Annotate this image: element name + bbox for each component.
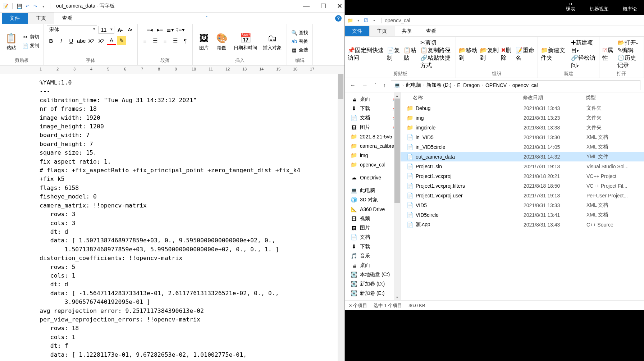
close-button[interactable]: ✕ bbox=[337, 2, 342, 10]
newfolder-button[interactable]: 📁新建文件夹 bbox=[541, 47, 569, 62]
qat-more-icon[interactable]: ▾ bbox=[40, 3, 46, 9]
scrollbar-thumb[interactable] bbox=[338, 74, 343, 99]
nav-item[interactable]: 🎞视频 bbox=[345, 214, 400, 223]
nav-item[interactable]: 📁2021.8.21-5v5 bbox=[345, 132, 400, 141]
file-row[interactable]: 📄源.cpp2021/8/31 13:43C++ Source bbox=[401, 220, 644, 229]
wordpad-ruler[interactable]: 1234567891011121314151617 bbox=[0, 65, 344, 74]
breadcrumb-segment[interactable]: E_Dragon bbox=[457, 82, 480, 88]
newitem-button[interactable]: ✚新建项目▾ bbox=[571, 39, 596, 54]
insert-picture-button[interactable]: 🖼图片 bbox=[196, 32, 212, 51]
nav-item[interactable]: 📁img bbox=[345, 151, 400, 160]
explorer-nav-pane[interactable]: 🖥桌面📌⬇下载📌📄文档📌🖼图片📌📁2021.8.21-5v5📁camera_ca… bbox=[345, 92, 401, 300]
ex-tab-view[interactable]: 查看 bbox=[419, 26, 443, 36]
shrink-font-icon[interactable]: A▾ bbox=[126, 26, 134, 34]
tab-view[interactable]: 查看 bbox=[54, 13, 80, 24]
nav-item[interactable]: 🧊3D 对象 bbox=[345, 195, 400, 205]
breadcrumb-segment[interactable]: 新加卷 (D:) bbox=[426, 82, 451, 88]
list-icon[interactable]: ≣▾ bbox=[166, 26, 174, 34]
document-content[interactable]: %YAML:1.0 --- calibration_time: "Tue Aug… bbox=[40, 78, 344, 359]
ex-tab-home[interactable]: 主页 bbox=[369, 26, 394, 36]
insert-draw-button[interactable]: 🎨绘图 bbox=[214, 32, 230, 51]
nav-item[interactable]: 📁opencv_cal bbox=[345, 160, 400, 169]
cut-button[interactable]: ✂剪切 bbox=[21, 33, 41, 41]
insert-datetime-button[interactable]: 📅日期和时间 bbox=[232, 32, 259, 51]
nav-fwd-button[interactable]: → bbox=[361, 81, 369, 89]
nav-scroll-thumb[interactable] bbox=[394, 99, 400, 203]
ex-paste-button[interactable]: 📋粘贴 bbox=[403, 47, 418, 62]
col-type[interactable]: 类型 bbox=[582, 95, 643, 101]
file-row[interactable]: 📁img2021/8/31 13:23文件夹 bbox=[401, 113, 644, 123]
redo-icon[interactable]: ↷ bbox=[32, 3, 38, 9]
replace-button[interactable]: ab替换 bbox=[290, 38, 310, 45]
ribbon-collapse-icon[interactable]: ˆ bbox=[206, 15, 207, 21]
align-justify-icon[interactable]: ☰ bbox=[171, 36, 179, 45]
paste-shortcut-button[interactable]: 🔗粘贴快捷方式 bbox=[420, 54, 453, 69]
nav-item[interactable]: ⬇下载 bbox=[345, 242, 400, 251]
scroll-up-icon[interactable]: ▴ bbox=[394, 92, 400, 99]
help-icon[interactable]: ? bbox=[335, 15, 342, 22]
history-button[interactable]: 🕓历史记录 bbox=[617, 54, 641, 69]
qat-dd-icon[interactable]: ▾ bbox=[371, 17, 377, 24]
tab-coursetable[interactable]: 课表 bbox=[566, 3, 575, 12]
nav-item[interactable]: 💻此电脑 bbox=[345, 186, 400, 195]
file-row[interactable]: 📄in_VID52021/8/31 13:30XML 文档 bbox=[401, 132, 644, 142]
file-row[interactable]: 📄VID5circle2021/8/31 13:41XML 文档 bbox=[401, 210, 644, 220]
nav-item[interactable]: 🖥桌面📌 bbox=[345, 95, 400, 104]
file-row[interactable]: 📁imgcircle2021/8/31 13:38文件夹 bbox=[401, 123, 644, 132]
nav-item[interactable]: ⬇下载📌 bbox=[345, 104, 400, 113]
strike-button[interactable]: abc bbox=[77, 36, 86, 45]
indent-dec-icon[interactable]: ≡◂ bbox=[146, 26, 154, 34]
font-size-select[interactable]: 11 bbox=[99, 26, 114, 34]
nav-item[interactable]: ☁OneDrive bbox=[345, 173, 400, 182]
nav-history-button[interactable]: ˅ bbox=[373, 82, 378, 88]
paste-button[interactable]: 📋 粘贴 bbox=[3, 32, 19, 51]
file-row[interactable]: 📁Debug2021/8/31 13:43文件夹 bbox=[401, 103, 644, 113]
nav-up-button[interactable]: ↑ bbox=[382, 81, 387, 89]
insert-object-button[interactable]: 🗂插入对象 bbox=[261, 32, 284, 51]
save-icon[interactable]: 💾 bbox=[16, 3, 23, 9]
minimize-button[interactable]: — bbox=[303, 2, 310, 10]
file-row[interactable]: 📄Project1.sln2021/7/31 19:13Visual Studi… bbox=[401, 161, 644, 171]
align-left-icon[interactable]: ≡ bbox=[141, 36, 149, 45]
breadcrumb-segment[interactable]: OPENCV bbox=[485, 82, 507, 88]
delete-button[interactable]: ✖删除 bbox=[501, 47, 513, 62]
easy-access-button[interactable]: 🔗轻松访问▾ bbox=[571, 54, 596, 69]
nav-scrollbar[interactable]: ▴ ▾ bbox=[394, 92, 400, 300]
ex-tab-file[interactable]: 文件 bbox=[345, 26, 369, 36]
moveto-button[interactable]: 📂移动到 bbox=[459, 47, 478, 62]
ex-tab-share[interactable]: 共享 bbox=[394, 26, 419, 36]
nav-item[interactable]: 📄文档📌 bbox=[345, 113, 400, 123]
italic-button[interactable]: I bbox=[57, 36, 65, 45]
align-center-icon[interactable]: ☰ bbox=[151, 36, 159, 45]
nav-item[interactable]: 📁camera_calibra bbox=[345, 141, 400, 151]
font-family-select[interactable]: 宋体 bbox=[47, 26, 97, 34]
nav-item[interactable]: 📄文档 bbox=[345, 233, 400, 242]
file-row[interactable]: 📄in_VID5circle2021/8/31 14:05XML 文档 bbox=[401, 142, 644, 152]
tab-file[interactable]: 文件 bbox=[2, 13, 28, 24]
superscript-button[interactable]: X2 bbox=[97, 36, 106, 45]
ex-cut-button[interactable]: ✂剪切 bbox=[420, 39, 453, 47]
rename-button[interactable]: 📝重命名 bbox=[516, 47, 535, 62]
col-date[interactable]: 修改日期 bbox=[519, 95, 582, 101]
file-row[interactable]: 📄Project1.vcxproj.filters2021/8/18 18:50… bbox=[401, 181, 644, 191]
undo-icon[interactable]: ↶ bbox=[24, 3, 31, 9]
wordpad-document-area[interactable]: %YAML:1.0 --- calibration_time: "Tue Aug… bbox=[0, 74, 344, 361]
wordpad-scrollbar[interactable] bbox=[338, 74, 344, 361]
nav-item[interactable]: 🖼图片📌 bbox=[345, 123, 400, 132]
align-right-icon[interactable]: ≡ bbox=[161, 36, 169, 45]
maximize-button[interactable]: ☐ bbox=[320, 2, 326, 10]
edit-button[interactable]: ✎编辑 bbox=[617, 47, 641, 54]
ex-copy-button[interactable]: 📄复制 bbox=[387, 47, 401, 62]
copy-button[interactable]: 📄复制 bbox=[21, 42, 41, 49]
nav-item[interactable]: 💽新加卷 (D:) bbox=[345, 279, 400, 289]
scroll-down-icon[interactable]: ▾ bbox=[394, 294, 400, 300]
paragraph-settings-icon[interactable]: ¶ bbox=[181, 36, 189, 45]
file-row[interactable]: 📄VID52021/8/31 13:33XML 文档 bbox=[401, 200, 644, 210]
file-row[interactable]: 📄out_camera_data2021/8/31 14:32YML 文件 bbox=[401, 152, 644, 161]
breadcrumb-segment[interactable]: 此电脑 bbox=[406, 82, 421, 88]
open-button[interactable]: 📂打开▾ bbox=[617, 39, 641, 47]
file-row[interactable]: 📄Project1.vcxproj2021/8/18 20:21VC++ Pro… bbox=[401, 171, 644, 181]
nav-item[interactable]: 🖥桌面 bbox=[345, 261, 400, 270]
underline-button[interactable]: U bbox=[67, 36, 76, 45]
qat-more-icon[interactable]: ▾ bbox=[355, 17, 361, 24]
